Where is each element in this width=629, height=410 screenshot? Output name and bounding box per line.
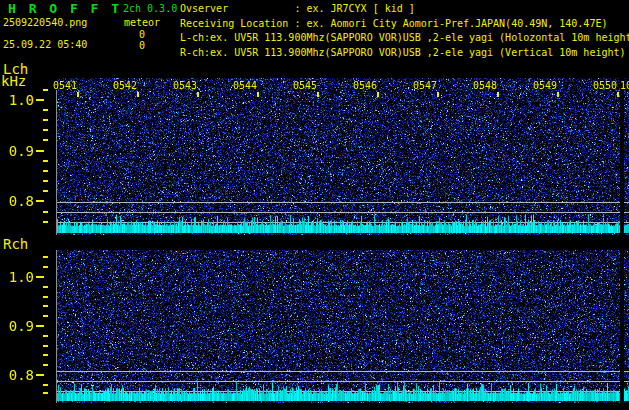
freq-minor-tick [43, 335, 48, 337]
freq-minor-tick [43, 305, 48, 307]
freq-tick-label: 0.8 [0, 193, 34, 209]
freq-unit-label: kHz [1, 74, 26, 88]
time-tick [617, 92, 619, 97]
freq-major-tick [36, 276, 44, 278]
time-label: 0550 [592, 80, 617, 91]
freq-minor-tick [43, 315, 48, 317]
output-filename: 2509220540.png [3, 17, 87, 29]
freq-minor-tick [43, 139, 48, 141]
lch-freq-axis-line [56, 90, 57, 235]
rch-channel-label: Rch [3, 237, 28, 251]
time-tick [497, 92, 499, 97]
freq-minor-tick [43, 160, 48, 162]
time-label: 0543 [172, 80, 197, 91]
freq-minor-tick [43, 221, 48, 223]
time-label: 0545 [292, 80, 317, 91]
freq-minor-tick [43, 384, 48, 386]
freq-minor-tick [43, 180, 48, 182]
freq-minor-tick [43, 89, 48, 91]
time-label: 0547 [412, 80, 437, 91]
freq-minor-tick [43, 129, 48, 131]
time-label-partial: 10 [620, 80, 629, 91]
time-label: 0542 [112, 80, 137, 91]
app-version: 2ch 0.3.0 [123, 3, 177, 15]
freq-minor-tick [43, 392, 48, 394]
lch-receiver-info-line: L-ch:ex. UV5R 113.900Mhz(SAPPORO VOR)USB… [180, 32, 629, 44]
freq-minor-tick [43, 354, 48, 356]
mode-label: meteor [124, 17, 160, 29]
time-tick [137, 92, 139, 97]
time-label: 0548 [472, 80, 497, 91]
freq-tick-label: 1.0 [0, 92, 34, 108]
time-label: 0541 [52, 80, 77, 91]
observer-info-line: Ovserver : ex. JR7CYX [ kid ] [180, 3, 415, 15]
freq-minor-tick [43, 364, 48, 366]
lch-spectrogram [57, 78, 629, 235]
freq-tick-label: 0.8 [0, 367, 34, 383]
rch-receiver-info-line: R-ch:ex. UV5R 113.900Mhz(SAPPORO VOR)USB… [180, 47, 626, 59]
time-tick [377, 92, 379, 97]
freq-minor-tick [43, 256, 48, 258]
freq-minor-tick [43, 119, 48, 121]
freq-minor-tick [43, 190, 48, 192]
freq-major-tick [36, 325, 44, 327]
datetime-label: 25.09.22 05:40 [3, 39, 87, 51]
freq-major-tick [36, 374, 44, 376]
app-title: H R O F F T [8, 2, 122, 16]
freq-minor-tick [43, 266, 48, 268]
freq-minor-tick [43, 170, 48, 172]
freq-major-tick [36, 99, 44, 101]
time-tick [77, 92, 79, 97]
freq-tick-label: 1.0 [0, 269, 34, 285]
time-tick [257, 92, 259, 97]
freq-major-tick [36, 150, 44, 152]
time-tick [317, 92, 319, 97]
time-label: 0546 [352, 80, 377, 91]
hrofft-window: H R O F F T 2ch 0.3.0 2509220540.png met… [0, 0, 629, 410]
freq-major-tick [36, 200, 44, 202]
freq-minor-tick [43, 211, 48, 213]
freq-minor-tick [43, 286, 48, 288]
time-label: 0549 [532, 80, 557, 91]
time-tick [557, 92, 559, 97]
time-label: 0544 [232, 80, 257, 91]
freq-minor-tick [43, 109, 48, 111]
time-tick [197, 92, 199, 97]
freq-minor-tick [43, 345, 48, 347]
echo-count-short: 0 [110, 40, 145, 52]
rch-spectrogram [57, 250, 629, 403]
freq-minor-tick [43, 296, 48, 298]
location-info-line: Receiving Location : ex. Aomori City Aom… [180, 18, 607, 30]
time-tick [437, 92, 439, 97]
rch-freq-axis-line [56, 250, 57, 403]
freq-tick-label: 0.9 [0, 143, 34, 159]
freq-tick-label: 0.9 [0, 318, 34, 334]
